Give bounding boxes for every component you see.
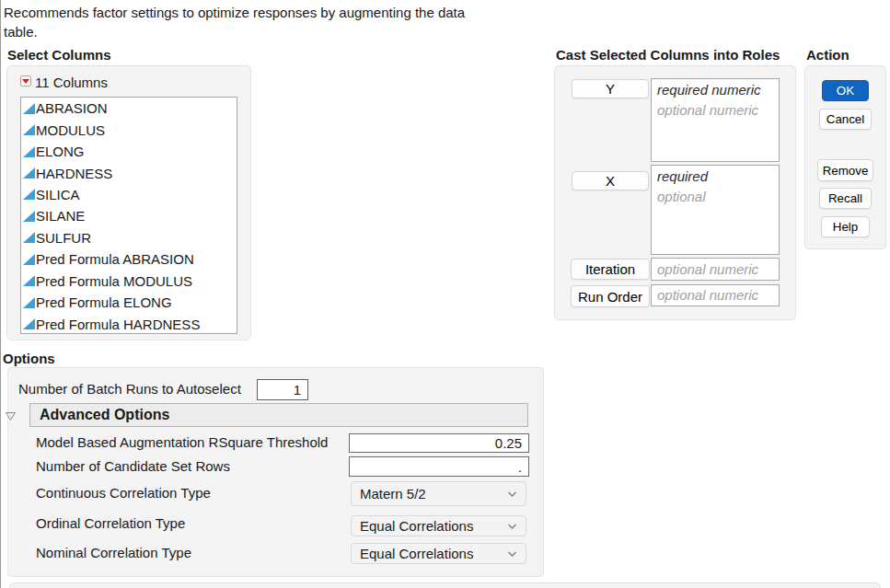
- chevron-down-icon: [507, 491, 517, 498]
- continuous-column-icon: [23, 232, 35, 243]
- window-left-border: [0, 0, 1, 588]
- continuous-column-icon: [23, 318, 35, 329]
- candidate-rows-input[interactable]: .: [349, 456, 529, 477]
- column-name: ELONG: [36, 144, 85, 159]
- column-list-item[interactable]: ABRASION: [21, 98, 237, 119]
- chevron-down-icon: [507, 551, 517, 558]
- column-list-item[interactable]: SULFUR: [21, 227, 237, 248]
- y-role-dropzone[interactable]: required numeric optional numeric: [651, 78, 780, 162]
- run-order-role-button[interactable]: Run Order: [571, 285, 650, 307]
- continuous-column-icon: [23, 103, 35, 114]
- options-heading: Options: [3, 351, 55, 366]
- roles-heading: Cast Selected Columns into Roles: [556, 47, 780, 63]
- column-list-item[interactable]: MODULUS: [21, 119, 237, 140]
- action-heading: Action: [806, 47, 850, 63]
- columns-menu-button[interactable]: [20, 75, 31, 86]
- chevron-down-icon: [507, 524, 517, 530]
- rsquare-threshold-label: Model Based Augmentation RSquare Thresho…: [36, 434, 328, 450]
- continuous-column-icon: [23, 167, 35, 179]
- y-optional-hint: optional numeric: [657, 100, 773, 121]
- continuous-column-icon: [23, 254, 35, 265]
- next-section-panel-edge: [9, 582, 881, 588]
- batch-runs-label: Number of Batch Runs to Autoselect: [18, 381, 241, 397]
- column-list-item[interactable]: Pred Formula ELONG: [21, 292, 237, 313]
- recall-button[interactable]: Recall: [819, 188, 872, 209]
- continuous-column-icon: [23, 297, 35, 308]
- column-name: HARDNESS: [36, 166, 112, 181]
- x-required-hint: required: [657, 167, 773, 187]
- remove-button[interactable]: Remove: [817, 159, 873, 181]
- cancel-button[interactable]: Cancel: [819, 109, 872, 130]
- advanced-options-header[interactable]: Advanced Options: [29, 403, 528, 427]
- iteration-role-button[interactable]: Iteration: [571, 259, 650, 280]
- ordinal-correlation-label: Ordinal Correlation Type: [36, 515, 185, 531]
- batch-runs-input[interactable]: 1: [257, 379, 308, 400]
- column-list-item[interactable]: HARDNESS: [21, 162, 237, 183]
- column-name: MODULUS: [36, 122, 105, 138]
- continuous-column-icon: [23, 146, 35, 157]
- select-columns-heading: Select Columns: [7, 47, 111, 63]
- red-triangle-icon: [22, 79, 29, 84]
- continuous-correlation-select[interactable]: Matern 5/2: [351, 481, 526, 506]
- column-list-item[interactable]: Pred Formula HARDNESS: [21, 313, 237, 334]
- iteration-optional-hint: optional numeric: [657, 259, 773, 279]
- y-role-button[interactable]: Y: [572, 79, 649, 98]
- help-button[interactable]: Help: [821, 216, 870, 237]
- nominal-correlation-value: Equal Correlations: [360, 546, 473, 561]
- y-required-hint: required numeric: [657, 80, 773, 100]
- x-role-button[interactable]: X: [572, 171, 649, 190]
- ordinal-correlation-value: Equal Correlations: [360, 518, 473, 534]
- advanced-options-title: Advanced Options: [40, 407, 169, 423]
- dialog-description: Recommends factor settings to optimize r…: [4, 3, 468, 41]
- column-list-item[interactable]: SILICA: [21, 184, 237, 205]
- run-order-optional-hint: optional numeric: [657, 286, 773, 305]
- nominal-correlation-select[interactable]: Equal Correlations: [351, 543, 526, 564]
- continuous-column-icon: [23, 189, 35, 200]
- columns-listbox[interactable]: ABRASION MODULUS ELONG HARDNESS SILICA S…: [20, 97, 237, 334]
- continuous-correlation-value: Matern 5/2: [360, 486, 426, 502]
- column-name: SULFUR: [36, 230, 91, 246]
- column-name: Pred Formula MODULUS: [36, 273, 192, 289]
- column-name: Pred Formula ELONG: [36, 294, 172, 310]
- column-name: SILICA: [36, 187, 80, 202]
- column-list-item[interactable]: ELONG: [21, 141, 237, 162]
- continuous-column-icon: [23, 211, 35, 222]
- column-name: ABRASION: [36, 100, 108, 116]
- continuous-column-icon: [23, 124, 35, 135]
- x-role-dropzone[interactable]: required optional: [651, 165, 780, 255]
- ok-button[interactable]: OK: [822, 80, 869, 101]
- continuous-column-icon: [23, 275, 35, 286]
- column-name: Pred Formula ABRASION: [36, 251, 194, 267]
- column-list-item[interactable]: Pred Formula MODULUS: [21, 271, 237, 292]
- rsquare-threshold-input[interactable]: 0.25: [349, 433, 529, 453]
- x-optional-hint: optional: [657, 187, 773, 207]
- iteration-role-dropzone[interactable]: optional numeric: [651, 258, 780, 281]
- nominal-correlation-label: Nominal Correlation Type: [36, 545, 191, 560]
- ordinal-correlation-select[interactable]: Equal Correlations: [351, 515, 526, 536]
- continuous-correlation-label: Continuous Correlation Type: [36, 485, 211, 501]
- column-list-item[interactable]: Pred Formula ABRASION: [21, 248, 237, 270]
- advanced-options-disclosure-icon[interactable]: [5, 411, 17, 421]
- candidate-rows-label: Number of Candidate Set Rows: [36, 458, 230, 474]
- column-list-item[interactable]: SILANE: [21, 205, 237, 226]
- column-name: Pred Formula HARDNESS: [36, 317, 200, 332]
- run-order-role-dropzone[interactable]: optional numeric: [651, 284, 780, 306]
- columns-count-label: 11 Columns: [35, 75, 108, 90]
- column-name: SILANE: [36, 208, 85, 224]
